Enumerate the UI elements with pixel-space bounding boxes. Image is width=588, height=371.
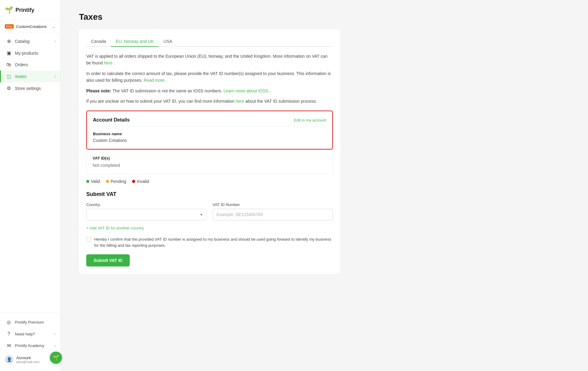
- vat-ids-box: VAT ID(s) Not completed: [86, 149, 333, 174]
- vat-info-link-2[interactable]: here: [236, 99, 244, 104]
- confirmation-label: Hereby I confirm that the provided VAT I…: [94, 236, 333, 248]
- sidebar-item-need-help[interactable]: ? Need help? ›: [0, 328, 60, 340]
- account-email: john@mail.com: [16, 360, 51, 364]
- catalog-icon: ⊕: [6, 38, 12, 44]
- vat-id-input[interactable]: [213, 209, 333, 220]
- vat-form-row: Country VAT ID Number: [86, 202, 333, 220]
- sidebar-item-my-products[interactable]: ▣ My products: [0, 47, 60, 59]
- info-paragraph-1: VAT is applied to all orders shipped to …: [86, 53, 333, 67]
- logo-icon: 🌱: [5, 6, 13, 14]
- invalid-dot: [132, 180, 135, 183]
- sidebar-item-wallet[interactable]: ◫ Wallet ›: [0, 70, 60, 82]
- vat-id-field: VAT ID Number: [213, 202, 333, 220]
- store-settings-icon: ⚙: [6, 85, 12, 91]
- valid-dot: [86, 180, 89, 183]
- sidebar-item-label: Need help?: [15, 332, 35, 336]
- confirmation-row: Hereby I confirm that the provided VAT I…: [86, 236, 333, 248]
- business-name-value: Custom Creations: [93, 138, 326, 143]
- info-paragraph-4: If you are unclear on how to submit your…: [86, 98, 333, 105]
- my-products-icon: ▣: [6, 50, 12, 56]
- sidebar-item-label: Wallet: [15, 74, 26, 79]
- sidebar-item-catalog[interactable]: ⊕ Catalog ›: [0, 35, 60, 47]
- premium-icon: ◎: [6, 319, 12, 325]
- help-fab-icon: 🌱: [53, 354, 59, 361]
- logo-text: Printify: [15, 7, 34, 13]
- read-more-link[interactable]: Read more: [144, 78, 165, 83]
- logo: 🌱 Printify: [0, 0, 60, 20]
- sidebar-item-printify-premium[interactable]: ◎ Printify Premium: [0, 316, 60, 328]
- sidebar-item-store-settings[interactable]: ⚙ Store settings: [0, 82, 60, 94]
- sidebar-item-label: Printify Premium: [15, 320, 44, 325]
- store-name: CustomCreations: [16, 24, 46, 29]
- invalid-label: Invalid: [137, 179, 149, 184]
- store-badge: Etsy: [5, 24, 14, 29]
- account-details-box: Account Details Edit in my account Busin…: [86, 111, 333, 149]
- vat-ids-value: Not completed: [93, 163, 326, 168]
- sidebar-bottom: ◎ Printify Premium ? Need help? › ✉ Prin…: [0, 312, 60, 371]
- chevron-down-icon: ⌄: [52, 24, 56, 29]
- sidebar-item-label: Printify Academy: [15, 343, 44, 348]
- vat-id-label: VAT ID Number: [213, 202, 333, 207]
- sidebar-item-orders[interactable]: 🛍 Orders: [0, 59, 60, 70]
- confirmation-checkbox[interactable]: [86, 237, 91, 242]
- status-pending: Pending: [106, 179, 126, 184]
- sidebar-item-label: Orders: [15, 62, 28, 67]
- country-select[interactable]: [86, 209, 207, 220]
- content-card: Canada EU, Norway and UK USA VAT is appl…: [79, 29, 340, 274]
- chevron-right-icon: ›: [54, 344, 56, 348]
- info-paragraph-2: In order to calculate the correct amount…: [86, 70, 333, 84]
- account-details-title: Account Details: [93, 117, 130, 123]
- info-paragraph-3: Please note: The VAT ID submission is no…: [86, 88, 333, 94]
- tab-canada[interactable]: Canada: [86, 36, 111, 47]
- main-content: Taxes Canada EU, Norway and UK USA VAT i…: [61, 0, 588, 371]
- academy-icon: ✉: [6, 343, 12, 349]
- account-name: Account: [16, 356, 51, 360]
- help-icon: ?: [6, 331, 12, 337]
- country-label: Country: [86, 202, 207, 207]
- help-fab-button[interactable]: 🌱: [50, 352, 62, 364]
- orders-icon: 🛍: [6, 62, 12, 67]
- pending-dot: [106, 180, 109, 183]
- chevron-right-icon: ›: [54, 39, 56, 43]
- sidebar-item-label: My products: [15, 51, 38, 56]
- chevron-right-icon: ›: [54, 74, 56, 79]
- chevron-right-icon: ›: [54, 332, 56, 336]
- sidebar-nav: ⊕ Catalog › ▣ My products 🛍 Orders ◫ Wal…: [0, 33, 60, 312]
- valid-label: Valid: [91, 179, 100, 184]
- sidebar: 🌱 Printify Etsy CustomCreations ⌄ ⊕ Cata…: [0, 0, 61, 371]
- country-field: Country: [86, 202, 207, 220]
- submit-vat-title: Submit VAT: [86, 191, 333, 198]
- business-name-label: Business name: [93, 132, 326, 136]
- ioss-link[interactable]: Learn more about IOSS: [224, 88, 268, 93]
- wallet-icon: ◫: [6, 74, 12, 79]
- avatar: 👤: [5, 355, 13, 364]
- status-legend: Valid Pending Invalid: [86, 179, 333, 184]
- page-title: Taxes: [79, 12, 570, 22]
- business-name-field: Business name Custom Creations: [93, 132, 326, 143]
- add-vat-id-link[interactable]: + Add VAT ID for another country: [86, 226, 144, 230]
- store-selector[interactable]: Etsy CustomCreations ⌄: [0, 20, 60, 33]
- vat-info-link-1[interactable]: here: [104, 60, 112, 65]
- vat-ids-label: VAT ID(s): [93, 156, 326, 160]
- tab-eu-norway-uk[interactable]: EU, Norway and UK: [111, 36, 159, 47]
- sidebar-item-label: Catalog: [15, 39, 29, 44]
- edit-in-my-account-link[interactable]: Edit in my account: [294, 118, 326, 122]
- sidebar-item-label: Store settings: [15, 86, 41, 91]
- tabs: Canada EU, Norway and UK USA: [86, 36, 333, 47]
- status-valid: Valid: [86, 179, 100, 184]
- submit-vat-button[interactable]: Submit VAT ID: [86, 254, 130, 266]
- tab-usa[interactable]: USA: [159, 36, 177, 47]
- status-invalid: Invalid: [132, 179, 149, 184]
- pending-label: Pending: [111, 179, 126, 184]
- sidebar-item-printify-academy[interactable]: ✉ Printify Academy ›: [0, 340, 60, 352]
